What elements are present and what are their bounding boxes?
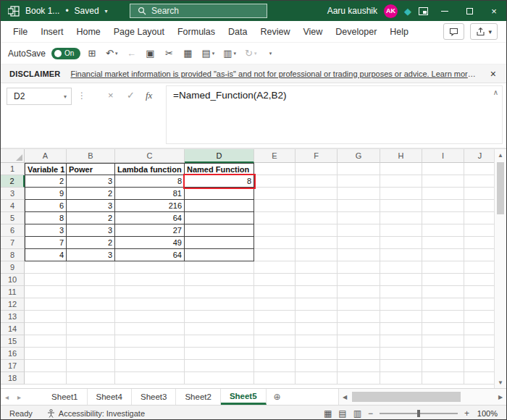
cell-G2[interactable] <box>338 175 380 188</box>
undo-button[interactable]: ↶▾ <box>104 46 120 62</box>
save-status[interactable]: Saved <box>75 6 99 16</box>
column-header-C[interactable]: C <box>115 149 185 163</box>
cell-B1[interactable]: Power <box>67 163 115 175</box>
cell-G8[interactable] <box>338 249 380 261</box>
formula-input[interactable]: =Named_Function(A2,B2) <box>166 85 503 144</box>
premium-gem-icon[interactable]: ◆ <box>404 6 411 17</box>
column-header-A[interactable]: A <box>25 149 67 163</box>
scroll-down-icon[interactable]: ▼ <box>495 377 506 388</box>
cell-J15[interactable] <box>464 335 494 348</box>
cell-H1[interactable] <box>380 163 422 175</box>
cell-I17[interactable] <box>422 360 464 372</box>
cell-E3[interactable] <box>254 188 296 200</box>
cell-I16[interactable] <box>422 348 464 360</box>
cell-B11[interactable] <box>67 286 115 298</box>
table-pen-button[interactable]: ⊞ <box>85 46 99 62</box>
back-button[interactable]: ← <box>124 46 138 62</box>
cell-A7[interactable]: 7 <box>25 237 67 249</box>
cell-I18[interactable] <box>422 372 464 385</box>
cell-C17[interactable] <box>115 360 185 372</box>
cell-F6[interactable] <box>296 224 338 237</box>
cell-E11[interactable] <box>254 286 296 298</box>
sheet-tab-sheet2[interactable]: Sheet2 <box>176 389 220 405</box>
cell-A17[interactable] <box>25 360 67 372</box>
column-header-F[interactable]: F <box>296 149 338 163</box>
maximize-button[interactable] <box>457 1 482 21</box>
row-header-4[interactable]: 4 <box>1 200 25 212</box>
horizontal-scroll-track[interactable] <box>351 389 495 405</box>
cell-A9[interactable] <box>25 261 67 274</box>
cell-A11[interactable] <box>25 286 67 298</box>
avatar[interactable]: AK <box>384 4 398 18</box>
cell-A3[interactable]: 9 <box>25 188 67 200</box>
row-header-9[interactable]: 9 <box>1 261 25 274</box>
redo-button[interactable]: ↻▾ <box>243 46 259 62</box>
cell-D18[interactable] <box>185 372 254 385</box>
cell-C2[interactable]: 8 <box>115 175 185 188</box>
cell-E5[interactable] <box>254 212 296 224</box>
tab-data[interactable]: Data <box>222 22 254 41</box>
cell-B15[interactable] <box>67 335 115 348</box>
cell-E7[interactable] <box>254 237 296 249</box>
cell-G14[interactable] <box>338 323 380 335</box>
vertical-scrollbar[interactable]: ▲ ▼ <box>494 149 506 388</box>
cell-E12[interactable] <box>254 298 296 311</box>
cell-B14[interactable] <box>67 323 115 335</box>
cell-D11[interactable] <box>185 286 254 298</box>
tab-view[interactable]: View <box>296 22 329 41</box>
comments-button[interactable] <box>443 23 464 40</box>
cell-J14[interactable] <box>464 323 494 335</box>
cell-H12[interactable] <box>380 298 422 311</box>
search-input[interactable]: Search <box>130 4 267 18</box>
cell-A18[interactable] <box>25 372 67 385</box>
cell-C4[interactable]: 216 <box>115 200 185 212</box>
cell-J1[interactable] <box>464 163 494 175</box>
zoom-in-icon[interactable]: + <box>464 408 469 419</box>
tab-page-layout[interactable]: Page Layout <box>107 22 171 41</box>
row-header-10[interactable]: 10 <box>1 274 25 286</box>
cell-F15[interactable] <box>296 335 338 348</box>
cell-G17[interactable] <box>338 360 380 372</box>
cell-E17[interactable] <box>254 360 296 372</box>
clipboard-button[interactable]: ▣ <box>143 46 157 62</box>
cell-G5[interactable] <box>338 212 380 224</box>
cell-G9[interactable] <box>338 261 380 274</box>
cell-I14[interactable] <box>422 323 464 335</box>
cell-I7[interactable] <box>422 237 464 249</box>
cell-I3[interactable] <box>422 188 464 200</box>
cell-I9[interactable] <box>422 261 464 274</box>
cell-F18[interactable] <box>296 372 338 385</box>
cell-G3[interactable] <box>338 188 380 200</box>
page-layout-view-icon[interactable]: ▤ <box>338 408 346 419</box>
cell-C3[interactable]: 81 <box>115 188 185 200</box>
cell-I15[interactable] <box>422 335 464 348</box>
cell-A12[interactable] <box>25 298 67 311</box>
cell-B4[interactable]: 3 <box>67 200 115 212</box>
cell-J12[interactable] <box>464 298 494 311</box>
cell-F3[interactable] <box>296 188 338 200</box>
cell-F13[interactable] <box>296 311 338 323</box>
cell-J3[interactable] <box>464 188 494 200</box>
select-all-corner[interactable] <box>1 149 25 163</box>
cell-E1[interactable] <box>254 163 296 175</box>
cell-E9[interactable] <box>254 261 296 274</box>
cell-E4[interactable] <box>254 200 296 212</box>
cell-D7[interactable] <box>185 237 254 249</box>
cell-G12[interactable] <box>338 298 380 311</box>
scroll-left-icon[interactable]: ◀ <box>339 389 351 405</box>
cell-F14[interactable] <box>296 323 338 335</box>
cell-E6[interactable] <box>254 224 296 237</box>
cell-C13[interactable] <box>115 311 185 323</box>
cell-F1[interactable] <box>296 163 338 175</box>
accessibility-status[interactable]: Accessibility: Investigate <box>47 409 145 418</box>
cell-D1[interactable]: Named Function <box>185 163 254 175</box>
cell-D14[interactable] <box>185 323 254 335</box>
cell-F4[interactable] <box>296 200 338 212</box>
cell-F16[interactable] <box>296 348 338 360</box>
cell-H15[interactable] <box>380 335 422 348</box>
column-header-J[interactable]: J <box>464 149 494 163</box>
save-status-caret-icon[interactable]: ▾ <box>105 8 108 14</box>
cell-B16[interactable] <box>67 348 115 360</box>
cell-B10[interactable] <box>67 274 115 286</box>
autosave-toggle[interactable]: On <box>51 48 80 59</box>
